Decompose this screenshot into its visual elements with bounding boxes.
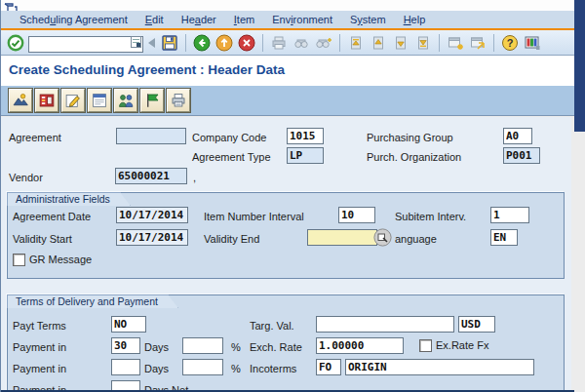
- agreement-date-field[interactable]: [116, 207, 188, 223]
- toolbar-divider: [339, 34, 340, 52]
- subitem-interval-field[interactable]: [490, 207, 529, 223]
- page-title: Create Scheduling Agreement : Header Dat…: [9, 62, 285, 77]
- validity-start-field[interactable]: [116, 229, 188, 246]
- titlebar-strip: [1, 0, 574, 11]
- targ-val-field[interactable]: [316, 316, 454, 333]
- ex-rate-fx-label: Ex.Rate Fx: [436, 337, 488, 354]
- collapse-toolbar-icon[interactable]: [148, 38, 155, 48]
- menu-item-environment[interactable]: Environment: [263, 14, 341, 25]
- print-button[interactable]: [167, 89, 190, 112]
- validity-start-label: Validity Start: [13, 231, 72, 248]
- percent-1-field[interactable]: [182, 337, 223, 354]
- print-icon[interactable]: [269, 33, 289, 53]
- incoterms-text-field[interactable]: [345, 359, 534, 375]
- menu-item-scheduling-agreement[interactable]: Scheduling Agreement: [11, 14, 136, 25]
- menu-item-header[interactable]: Header: [173, 14, 225, 25]
- purch-organization-label: Purch. Organization: [367, 149, 461, 166]
- title-bar: Create Scheduling Agreement : Header Dat…: [1, 56, 574, 86]
- targ-val-label: Targ. Val.: [250, 318, 294, 334]
- agreement-field[interactable]: [116, 128, 186, 144]
- language-label: anguage: [395, 231, 437, 248]
- enter-button[interactable]: [6, 33, 25, 53]
- header-details-button[interactable]: [88, 89, 111, 112]
- application-toolbar: [1, 86, 574, 116]
- exit-button[interactable]: [214, 33, 234, 53]
- payment-in-2-field[interactable]: [111, 359, 140, 375]
- purch-organization-field[interactable]: [503, 147, 540, 164]
- percent-2-field[interactable]: [182, 359, 223, 375]
- validity-end-label: Validity End: [204, 231, 259, 248]
- percent-2-label: %: [231, 361, 241, 377]
- company-code-field[interactable]: [287, 128, 324, 144]
- menu-bar: Scheduling Agreement Edit Header Item En…: [1, 11, 574, 28]
- toolbar-divider: [439, 34, 440, 52]
- agreement-type-field[interactable]: [287, 147, 324, 164]
- back-button[interactable]: [192, 33, 212, 53]
- payt-terms-field[interactable]: [111, 316, 146, 333]
- purchasing-group-label: Purchasing Group: [367, 130, 453, 146]
- customize-layout-icon[interactable]: [523, 33, 542, 53]
- days-2-label: Days: [144, 361, 169, 377]
- days-1-label: Days: [144, 339, 169, 356]
- vendor-field[interactable]: [115, 168, 187, 184]
- gr-message-checkbox[interactable]: [13, 254, 25, 266]
- incoterms-code-field[interactable]: [316, 359, 341, 375]
- svg-text:?: ?: [507, 37, 514, 49]
- purchasing-group-field[interactable]: [503, 128, 532, 144]
- sap-window: Scheduling Agreement Edit Header Item En…: [0, 0, 585, 392]
- language-field[interactable]: [490, 229, 518, 246]
- find-next-icon[interactable]: [314, 33, 333, 53]
- previous-page-icon[interactable]: [369, 33, 388, 53]
- toolbar-divider: [185, 34, 186, 52]
- command-field[interactable]: [28, 36, 143, 53]
- gr-message-label: GR Message: [29, 252, 92, 268]
- standard-toolbar: ?: [1, 30, 574, 56]
- create-shortcut-icon[interactable]: [468, 33, 488, 53]
- menu-item-edit[interactable]: Edit: [136, 14, 173, 25]
- change-button[interactable]: [61, 89, 85, 112]
- item-number-interval-field[interactable]: [338, 207, 375, 223]
- vendor-suffix: ,: [193, 170, 196, 186]
- help-icon[interactable]: ?: [500, 33, 520, 53]
- payment-in-1-label: Payment in: [13, 339, 66, 356]
- item-number-interval-label: Item Number Interval: [204, 209, 304, 225]
- terms-tab: Terms of Delivery and Payment: [7, 294, 178, 308]
- exch-rate-field[interactable]: [316, 337, 404, 354]
- administrative-fields-tab: Administrative Fields: [7, 192, 131, 206]
- last-page-icon[interactable]: [413, 33, 433, 53]
- toolbar-divider: [262, 34, 263, 52]
- currency-field[interactable]: [458, 316, 495, 333]
- set-flag-button[interactable]: [140, 89, 164, 112]
- toolbar-divider: [493, 34, 494, 52]
- window-edge: [574, 0, 585, 132]
- overview-button[interactable]: [9, 89, 32, 112]
- subitem-interval-label: Subitem Interv.: [395, 209, 466, 225]
- vendor-label: Vendor: [9, 170, 43, 186]
- payment-in-2-label: Payment in: [13, 361, 66, 377]
- cancel-button[interactable]: [237, 33, 256, 53]
- incoterms-label: Incoterms: [250, 361, 296, 377]
- first-page-icon[interactable]: [346, 33, 366, 53]
- find-icon[interactable]: [292, 33, 311, 53]
- payt-terms-label: Payt Terms: [13, 318, 66, 334]
- partners-button[interactable]: [114, 89, 137, 112]
- menu-item-system[interactable]: System: [341, 14, 395, 25]
- percent-1-label: %: [231, 339, 241, 356]
- agreement-label: Agreement: [9, 130, 61, 146]
- company-code-label: Company Code: [192, 130, 266, 146]
- menu-item-item[interactable]: Item: [225, 14, 263, 25]
- new-session-icon[interactable]: [446, 33, 465, 53]
- item-detail-button[interactable]: [35, 89, 58, 112]
- agreement-type-label: Agreement Type: [192, 149, 271, 166]
- exch-rate-label: Exch. Rate: [250, 339, 302, 356]
- save-button[interactable]: [160, 33, 179, 53]
- validity-end-field[interactable]: [307, 229, 377, 246]
- matchcode-icon[interactable]: [373, 228, 392, 247]
- command-field-wrap: [28, 34, 143, 51]
- command-history-icon[interactable]: [131, 36, 141, 48]
- ex-rate-fx-checkbox[interactable]: [419, 339, 432, 352]
- agreement-date-label: Agreement Date: [13, 209, 91, 225]
- next-page-icon[interactable]: [391, 33, 410, 53]
- menu-item-help[interactable]: Help: [395, 14, 435, 25]
- payment-in-1-field[interactable]: [111, 337, 140, 354]
